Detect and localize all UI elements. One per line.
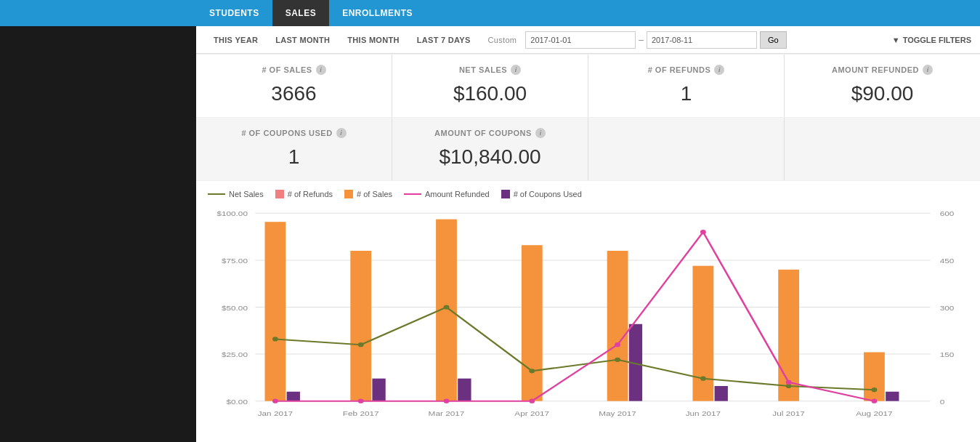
svg-rect-27	[715, 386, 728, 401]
svg-point-33	[615, 358, 620, 362]
legend-refunds-bar	[275, 190, 284, 198]
svg-rect-24	[372, 379, 385, 401]
legend-sales-bar-icon	[344, 190, 353, 198]
stat-amount-refunded-info[interactable]: i	[923, 65, 933, 75]
svg-rect-25	[458, 379, 471, 401]
stat-refunds-label: # OF REFUNDS	[648, 65, 711, 74]
chart-wrapper: $100.00 $75.00 $50.00 $25.00 $0.00 600 4…	[208, 206, 968, 431]
legend-coupons: # of Coupons Used	[501, 190, 582, 198]
svg-point-43	[786, 380, 792, 385]
svg-rect-23	[287, 392, 300, 401]
stat-refunds: # OF REFUNDS i 1	[588, 55, 784, 117]
svg-rect-19	[607, 251, 628, 401]
this-month-filter[interactable]: THIS MONTH	[339, 26, 408, 54]
legend-net-sales: Net Sales	[208, 190, 264, 198]
svg-text:Jul 2017: Jul 2017	[772, 410, 805, 418]
svg-text:600: 600	[940, 210, 955, 218]
date-to-input[interactable]	[647, 31, 757, 49]
stat-refunds-value: 1	[681, 82, 692, 105]
stat-net-sales-value: $160.00	[453, 82, 527, 105]
top-navigation: STUDENTS SALES ENROLLMENTS	[0, 0, 980, 26]
go-button[interactable]: Go	[760, 31, 787, 49]
stat-sales-value: 3666	[271, 82, 316, 105]
svg-point-36	[872, 387, 878, 392]
stat-sales-info[interactable]: i	[316, 65, 326, 75]
svg-text:$25.00: $25.00	[222, 350, 248, 358]
svg-text:$0.00: $0.00	[226, 398, 248, 406]
date-from-input[interactable]	[525, 31, 636, 49]
svg-point-40	[529, 399, 535, 403]
svg-text:Feb 2017: Feb 2017	[343, 410, 379, 418]
funnel-icon: ▼	[892, 36, 900, 44]
legend-coupons-bar	[501, 190, 510, 198]
chart-svg: $100.00 $75.00 $50.00 $25.00 $0.00 600 4…	[208, 206, 968, 431]
stat-empty-3	[588, 118, 784, 180]
legend-refunds-label: # of Refunds	[288, 190, 333, 198]
svg-text:0: 0	[940, 398, 945, 406]
chart-container: Net Sales # of Refunds # of Sales Amount…	[196, 181, 980, 442]
svg-rect-28	[886, 392, 899, 401]
svg-rect-22	[864, 353, 885, 401]
svg-point-44	[872, 399, 878, 403]
svg-point-31	[444, 305, 450, 309]
last-7-days-filter[interactable]: LAST 7 DAYS	[408, 26, 479, 54]
legend-amount-refunded-label: Amount Refunded	[425, 190, 490, 198]
svg-point-39	[444, 399, 450, 403]
svg-text:150: 150	[940, 350, 955, 358]
stat-coupons-used-label: # OF COUPONS USED	[241, 129, 332, 137]
stat-amount-coupons: AMOUNT OF COUPONS i $10,840.00	[392, 118, 588, 180]
svg-text:Jun 2017: Jun 2017	[686, 410, 721, 418]
stat-amount-refunded: AMOUNT REFUNDED i $90.00	[785, 55, 980, 117]
svg-point-32	[529, 369, 535, 373]
stat-sales: # OF SALES i 3666	[196, 55, 392, 117]
svg-rect-18	[522, 245, 543, 401]
stat-net-sales: NET SALES i $160.00	[392, 55, 588, 117]
nav-sales[interactable]: SALES	[272, 0, 330, 26]
svg-text:$50.00: $50.00	[222, 304, 248, 312]
custom-filter-label[interactable]: Custom	[479, 26, 526, 54]
svg-rect-15	[265, 222, 286, 401]
svg-text:Jan 2017: Jan 2017	[258, 410, 293, 418]
svg-text:$100.00: $100.00	[216, 210, 248, 218]
stat-coupons-used: # OF COUPONS USED i 1	[196, 118, 392, 180]
legend-coupons-label: # of Coupons Used	[514, 190, 582, 198]
stat-coupons-used-info[interactable]: i	[336, 128, 347, 138]
toggle-filters-button[interactable]: ▼ TOGGLE FILTERS	[892, 36, 971, 44]
last-month-filter[interactable]: LAST MONTH	[267, 26, 339, 54]
stat-amount-coupons-value: $10,840.00	[439, 145, 540, 169]
stat-net-sales-info[interactable]: i	[511, 65, 521, 75]
stat-sales-label: # OF SALES	[262, 65, 312, 74]
this-year-filter[interactable]: THIS YEAR	[205, 26, 267, 54]
nav-enrollments[interactable]: ENROLLMENTS	[329, 0, 426, 26]
stat-amount-refunded-value: $90.00	[851, 82, 914, 105]
svg-point-41	[615, 342, 620, 347]
svg-point-34	[700, 377, 706, 381]
svg-point-29	[272, 337, 278, 341]
date-separator: –	[636, 35, 647, 45]
stat-net-sales-label: NET SALES	[459, 65, 507, 74]
svg-text:300: 300	[940, 304, 955, 312]
toggle-filters-label: TOGGLE FILTERS	[903, 36, 971, 44]
svg-text:450: 450	[940, 257, 955, 265]
legend-refunds: # of Refunds	[275, 190, 333, 198]
stat-coupons-used-value: 1	[288, 145, 300, 169]
stat-refunds-info[interactable]: i	[714, 65, 724, 75]
legend-sales-bar-label: # of Sales	[357, 190, 392, 198]
svg-point-37	[272, 399, 278, 403]
svg-text:Mar 2017: Mar 2017	[429, 410, 465, 418]
nav-students[interactable]: STUDENTS	[196, 0, 272, 26]
svg-text:$75.00: $75.00	[222, 257, 248, 265]
svg-point-38	[358, 399, 364, 403]
stat-amount-coupons-info[interactable]: i	[535, 128, 546, 138]
stat-empty-4	[785, 118, 980, 180]
svg-point-42	[700, 230, 706, 234]
svg-rect-16	[350, 251, 371, 401]
svg-text:May 2017: May 2017	[599, 410, 636, 418]
stats-row-2: # OF COUPONS USED i 1 AMOUNT OF COUPONS …	[196, 118, 980, 180]
stat-amount-coupons-label: AMOUNT OF COUPONS	[434, 129, 532, 137]
legend-net-sales-label: Net Sales	[229, 190, 264, 198]
content-area: THIS YEAR LAST MONTH THIS MONTH LAST 7 D…	[196, 26, 980, 442]
legend-amount-refunded: Amount Refunded	[404, 190, 490, 198]
filter-bar: THIS YEAR LAST MONTH THIS MONTH LAST 7 D…	[196, 26, 980, 54]
legend-amount-refunded-line	[404, 193, 421, 195]
